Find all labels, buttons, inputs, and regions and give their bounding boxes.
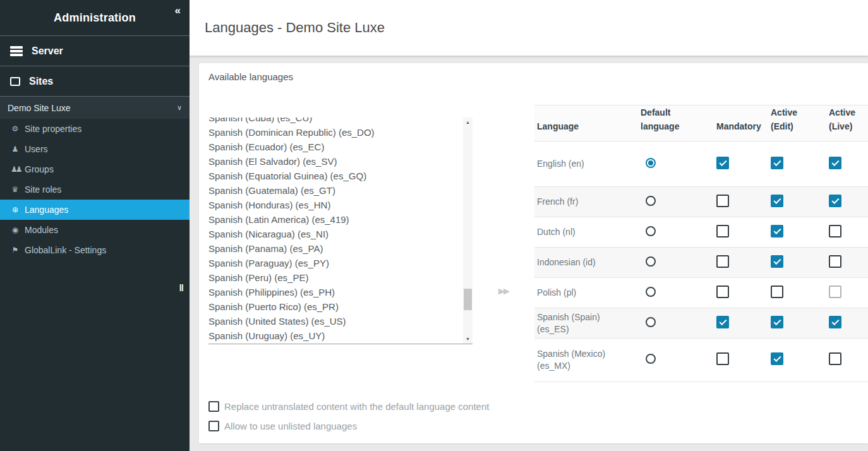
language-option[interactable]: Spanish (El Salvador) (es_SV)	[208, 154, 463, 169]
active-live-checkbox[interactable]	[829, 157, 841, 169]
language-cell: Spanish (Mexico) (es_MX)	[537, 348, 630, 372]
mandatory-checkbox[interactable]	[716, 352, 729, 365]
scroll-up-icon[interactable]: ▲	[463, 117, 473, 127]
active-live-checkbox[interactable]	[829, 255, 841, 268]
list-scrollbar[interactable]: ▲ ▼	[463, 117, 473, 344]
sidebar-section-label: Server	[32, 45, 63, 57]
language-option[interactable]: Spanish (Equatorial Guinea) (es_GQ)	[208, 169, 463, 183]
language-option[interactable]: Spanish (United States) (es_US)	[208, 314, 463, 328]
top-bar: Languages - Demo Site Luxe	[190, 0, 868, 56]
language-option[interactable]: Spanish (Philippines) (es_PH)	[208, 285, 463, 299]
table-row: English (en)	[534, 141, 868, 187]
transfer-column: ▶▶	[473, 105, 534, 382]
language-options: Replace untranslated content with the de…	[208, 401, 868, 431]
scrollbar-track[interactable]	[463, 127, 473, 334]
mandatory-checkbox[interactable]	[716, 225, 729, 238]
users-icon: ♟♟	[11, 165, 20, 174]
active-edit-checkbox[interactable]	[771, 225, 783, 238]
option-row: Allow to use unlisted languages	[208, 421, 868, 431]
language-option[interactable]: Spanish (Cuba) (es_CU)	[208, 117, 463, 125]
sidebar-item-site-roles[interactable]: ♛Site roles	[0, 179, 190, 200]
mandatory-checkbox[interactable]	[716, 255, 729, 268]
sidebar-item-modules[interactable]: ◉Modules	[0, 220, 190, 240]
column-header: Language	[534, 119, 638, 133]
sidebar-item-label: Site roles	[25, 184, 61, 195]
language-option[interactable]: Spanish (Puerto Rico) (es_PR)	[208, 299, 463, 314]
sidebar-item-sites[interactable]: Sites	[0, 66, 190, 97]
scroll-down-icon[interactable]: ▼	[463, 334, 473, 344]
sites-icon	[10, 77, 20, 86]
active-live-checkbox	[829, 286, 841, 298]
language-option[interactable]: Spanish (Dominican Republic) (es_DO)	[208, 125, 463, 140]
site-submenu: ⚙Site properties♟Users♟♟Groups♛Site role…	[0, 119, 190, 260]
sidebar-item-label: Groups	[25, 164, 54, 174]
option-label: Allow to use unlisted languages	[224, 421, 357, 431]
sidebar-item-server[interactable]: Server	[0, 36, 190, 66]
sidebar-item-groups[interactable]: ♟♟Groups	[0, 159, 190, 179]
chevron-down-icon: ∨	[177, 104, 182, 112]
default-language-radio[interactable]	[646, 158, 656, 168]
sidebar-item-label: Languages	[25, 205, 68, 215]
default-language-radio[interactable]	[646, 354, 656, 364]
language-option[interactable]: Spanish (Guatemala) (es_GT)	[208, 183, 463, 198]
sidebar-section-label: Sites	[29, 76, 53, 87]
default-language-radio[interactable]	[646, 317, 656, 327]
site-name-label: Demo Site Luxe	[8, 103, 71, 113]
sidebar-title: Administration	[54, 11, 136, 25]
sidebar-resize-handle[interactable]: ‖	[179, 282, 184, 293]
language-option[interactable]: Spanish (Uruguay) (es_UY)	[208, 328, 463, 343]
available-languages-title: Available languages	[208, 71, 868, 82]
globe-icon: ⊕	[11, 205, 20, 214]
column-header: Mandatory	[714, 119, 768, 133]
mandatory-checkbox[interactable]	[716, 157, 729, 169]
sidebar-item-label: Site properties	[25, 124, 81, 134]
sidebar-item-demo-site[interactable]: Demo Site Luxe ∨	[0, 97, 190, 119]
active-edit-checkbox[interactable]	[771, 255, 783, 268]
table-row: Dutch (nl)	[534, 217, 868, 248]
languages-panel: Available languages Spanish (Cuba) (es_C…	[199, 63, 868, 443]
active-edit-checkbox[interactable]	[771, 316, 783, 328]
active-edit-checkbox[interactable]	[771, 157, 783, 169]
language-option[interactable]: Spanish (Latin America) (es_419)	[208, 212, 463, 227]
default-language-radio[interactable]	[646, 287, 656, 297]
language-option[interactable]: Spanish (Panama) (es_PA)	[208, 241, 463, 256]
active-live-checkbox[interactable]	[829, 225, 841, 238]
default-language-radio[interactable]	[646, 226, 656, 236]
active-live-checkbox[interactable]	[829, 316, 841, 328]
languages-table: LanguageDefaultlanguageMandatoryActive(E…	[534, 105, 868, 382]
active-edit-checkbox[interactable]	[771, 195, 783, 207]
column-header: Active(Live)	[826, 105, 868, 133]
admin-sidebar: Administration « Server Sites Demo Site …	[0, 0, 190, 451]
option-label: Replace untranslated content with the de…	[224, 401, 489, 412]
mandatory-checkbox[interactable]	[716, 316, 729, 328]
allow-unlisted-checkbox[interactable]	[208, 421, 219, 431]
sidebar-header: Administration «	[0, 0, 190, 36]
default-language-radio[interactable]	[646, 196, 656, 206]
language-option[interactable]: Spanish (Peru) (es_PE)	[208, 270, 463, 285]
replace-untranslated-checkbox[interactable]	[208, 401, 219, 412]
active-edit-checkbox[interactable]	[771, 352, 783, 365]
collapse-sidebar-icon[interactable]: «	[175, 5, 181, 16]
sidebar-item-users[interactable]: ♟Users	[0, 139, 190, 159]
language-option[interactable]: Spanish (Ecuador) (es_EC)	[208, 140, 463, 154]
language-option[interactable]: Spanish (Paraguay) (es_PY)	[208, 256, 463, 270]
language-cell: Indonesian (id)	[537, 256, 630, 268]
default-language-radio[interactable]	[646, 256, 656, 267]
page-title: Languages - Demo Site Luxe	[205, 20, 385, 36]
active-live-checkbox[interactable]	[829, 195, 841, 207]
sidebar-item-languages[interactable]: ⊕Languages	[0, 200, 190, 220]
sidebar-item-site-properties[interactable]: ⚙Site properties	[0, 119, 190, 139]
scrollbar-thumb[interactable]	[464, 289, 472, 310]
sidebar-item-globallink-settings[interactable]: ⚑GlobalLink - Settings	[0, 240, 190, 260]
mandatory-checkbox[interactable]	[716, 195, 729, 207]
active-live-checkbox[interactable]	[829, 352, 841, 365]
language-option[interactable]: Spanish (Nicaragua) (es_NI)	[208, 227, 463, 241]
sidebar-item-label: Users	[25, 144, 48, 154]
language-option[interactable]: Spanish (Honduras) (es_HN)	[208, 198, 463, 212]
mandatory-checkbox[interactable]	[716, 286, 729, 298]
user-icon: ♟	[11, 145, 20, 153]
active-edit-checkbox[interactable]	[771, 286, 783, 298]
column-header: Active(Edit)	[768, 105, 826, 133]
add-languages-button[interactable]: ▶▶	[498, 286, 509, 296]
language-cell: English (en)	[537, 158, 630, 170]
